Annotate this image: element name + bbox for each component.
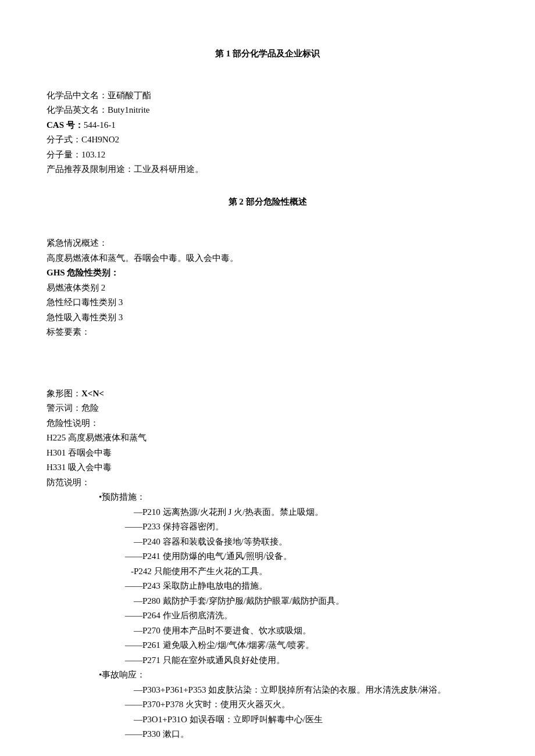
ghs-cat-3: 急性吸入毒性类别 3	[47, 310, 488, 325]
formula-label: 分子式：	[47, 135, 81, 144]
name-cn-row: 化学品中文名：亚硝酸丁酯	[47, 88, 488, 103]
p270: —P270 使用本产品时不要进食、饮水或吸烟。	[47, 624, 488, 639]
p280: —P280 戴防护手套/穿防护服/戴防护眼罩/戴防护面具。	[47, 594, 488, 609]
cas-label: CAS 号：	[47, 120, 84, 130]
ghs-label-text: GHS 危险性类别：	[47, 268, 119, 277]
p243: ——P243 采取防止静电放电的措施。	[47, 579, 488, 594]
p264: ——P264 作业后彻底清洗。	[47, 608, 488, 624]
prevent-header: •预防措施：	[47, 490, 488, 505]
ghs-cat-2: 急性经口毒性类别 3	[47, 295, 488, 310]
weight-row: 分子量：103.12	[47, 148, 488, 163]
response-header: •事故响应：	[47, 668, 488, 683]
signal-row: 警示词：危险	[47, 401, 488, 416]
weight-label: 分子量：	[47, 150, 81, 159]
signal-value: 危险	[81, 403, 99, 413]
p330: ——P330 漱口。	[47, 727, 488, 742]
emergency-label: 紧急情况概述：	[47, 236, 488, 251]
h331: H331 吸入会中毒	[47, 460, 488, 475]
name-en-row: 化学品英文名：Buty1nitrite	[47, 103, 488, 118]
usage-value: 工业及科研用途。	[134, 164, 204, 174]
p301: —P3O1+P31O 如误吞咽：立即呼叫解毒中心/医生	[47, 712, 488, 728]
p233: ——P233 保持容器密闭。	[47, 519, 488, 535]
cas-value: 544-16-1	[84, 120, 116, 130]
p242: -P242 只能使用不产生火花的工具。	[47, 564, 488, 579]
pictogram-value: X<N<	[81, 389, 104, 398]
section-2-title: 第 2 部分危险性概述	[47, 195, 488, 210]
pictogram-label: 象形图：	[47, 389, 81, 398]
p240: —P240 容器和装载设备接地/等势联接。	[47, 535, 488, 550]
name-en-label: 化学品英文名：	[47, 105, 108, 114]
pictogram-row: 象形图：X<N<	[47, 386, 488, 402]
usage-row: 产品推荐及限制用途：工业及科研用途。	[47, 162, 488, 177]
formula-row: 分子式：C4H9NO2	[47, 132, 488, 148]
p261: ——P261 避免吸入粉尘/烟/气体/烟雾/蒸气/喷雾。	[47, 638, 488, 653]
label-elements: 标签要素：	[47, 325, 488, 340]
cas-row: CAS 号：544-16-1	[47, 118, 488, 133]
p271: ——P271 只能在室外或通风良好处使用。	[47, 653, 488, 668]
p303: —P303+P361+P353 如皮肤沾染：立即脱掉所有沾染的衣服。用水清洗皮肤…	[47, 683, 488, 698]
p370: ——P370+P378 火灾时：使用灭火器灭火。	[47, 697, 488, 712]
hazard-label: 危险性说明：	[47, 416, 488, 431]
precaution-label: 防范说明：	[47, 475, 488, 490]
section-1-title: 第 1 部分化学品及企业标识	[47, 46, 488, 62]
signal-label: 警示词：	[47, 403, 81, 413]
emergency-text: 高度易燃液体和蒸气。吞咽会中毒。吸入会中毒。	[47, 251, 488, 266]
h301: H301 吞咽会中毒	[47, 446, 488, 461]
usage-label: 产品推荐及限制用途：	[47, 164, 134, 174]
formula-value: C4H9NO2	[81, 135, 119, 144]
name-cn-label: 化学品中文名：	[47, 91, 108, 100]
ghs-label: GHS 危险性类别：	[47, 266, 488, 281]
ghs-cat-1: 易燃液体类别 2	[47, 281, 488, 296]
h225: H225 高度易燃液体和蒸气	[47, 431, 488, 446]
name-cn-value: 亚硝酸丁酯	[108, 91, 151, 100]
p241: ——P241 使用防爆的电气/通风/照明/设备。	[47, 549, 488, 564]
name-en-value: Buty1nitrite	[108, 105, 150, 114]
p210: —P210 远离热源/火花刑 J 火/热表面。禁止吸烟。	[47, 505, 488, 520]
weight-value: 103.12	[81, 150, 105, 159]
